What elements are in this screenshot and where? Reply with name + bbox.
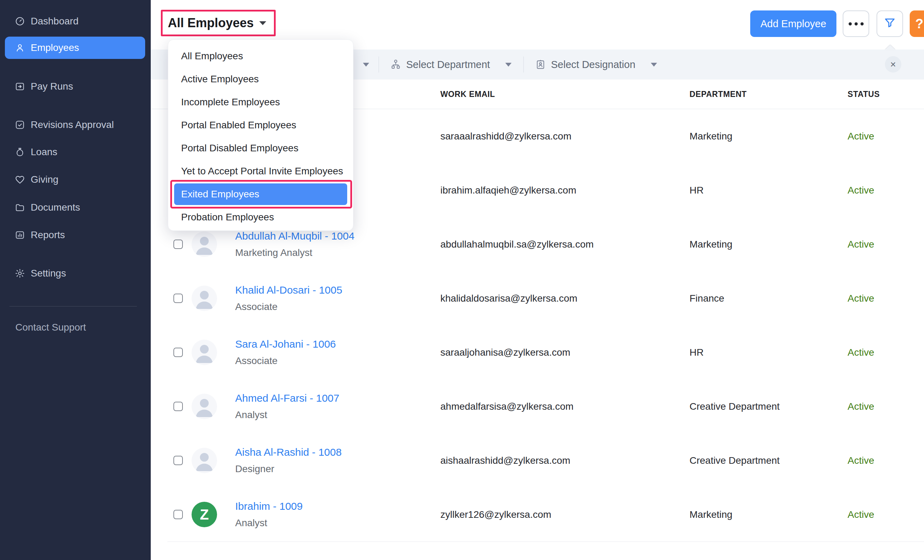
sidebar-item-settings[interactable]: Settings bbox=[5, 262, 145, 284]
chevron-down-icon bbox=[363, 63, 369, 67]
employee-name-link[interactable]: Khalid Al-Dosari - 1005 bbox=[235, 284, 342, 296]
employee-designation: Analyst bbox=[235, 518, 303, 529]
status-badge: Active bbox=[848, 271, 874, 325]
settings-icon bbox=[15, 268, 25, 279]
sidebar-item-revisions-approval[interactable]: Revisions Approval bbox=[5, 114, 145, 136]
column-header-status: STATUS bbox=[848, 79, 880, 109]
status-badge: Active bbox=[848, 163, 874, 217]
employee-designation: Associate bbox=[235, 301, 342, 313]
dashboard-icon bbox=[15, 16, 25, 27]
employee-designation: Designer bbox=[235, 463, 342, 475]
sidebar-divider bbox=[9, 306, 137, 307]
sidebar-item-loans[interactable]: Loans bbox=[5, 141, 145, 163]
select-department-dropdown[interactable]: Select Department bbox=[390, 49, 512, 79]
table-row: Sara Al-Johani - 1006 Associate saraaljo… bbox=[151, 325, 924, 379]
menu-item-portal-disabled-employees[interactable]: Portal Disabled Employees bbox=[168, 137, 353, 160]
row-checkbox[interactable] bbox=[173, 347, 183, 357]
divider bbox=[168, 542, 319, 542]
close-filter-button[interactable]: × bbox=[885, 56, 902, 72]
help-button[interactable]: ? bbox=[910, 10, 924, 37]
employee-designation: Analyst bbox=[235, 409, 339, 421]
menu-item-portal-enabled-employees[interactable]: Portal Enabled Employees bbox=[168, 114, 353, 137]
work-email-cell: saraaljohanisa@zylkersa.com bbox=[440, 325, 570, 379]
work-email-cell: khalidaldosarisa@zylkersa.com bbox=[440, 271, 578, 325]
chevron-down-icon bbox=[651, 63, 657, 67]
avatar-person-icon bbox=[192, 286, 217, 311]
filter-button[interactable] bbox=[876, 10, 903, 37]
department-cell: Marketing bbox=[690, 488, 732, 542]
employees-view-menu: All EmployeesActive EmployeesIncomplete … bbox=[168, 39, 354, 231]
sidebar-item-employees[interactable]: Employees bbox=[5, 37, 145, 59]
department-cell: Creative Department bbox=[690, 433, 780, 488]
menu-item-all-employees[interactable]: All Employees bbox=[168, 45, 353, 67]
work-email-cell: ahmedalfarsisa@zylkersa.com bbox=[440, 379, 574, 433]
avatar-person-icon bbox=[192, 394, 217, 419]
sidebar-item-pay-runs[interactable]: Pay Runs bbox=[5, 75, 145, 97]
sidebar-item-dashboard[interactable]: Dashboard bbox=[5, 10, 145, 33]
select-designation-label: Select Designation bbox=[551, 59, 635, 70]
menu-item-active-employees[interactable]: Active Employees bbox=[168, 67, 353, 91]
contact-support-link[interactable]: Contact Support bbox=[15, 319, 86, 335]
row-checkbox[interactable] bbox=[173, 293, 183, 303]
menu-item-exited-employees[interactable]: Exited Employees bbox=[174, 183, 347, 205]
menu-item-incomplete-employees[interactable]: Incomplete Employees bbox=[168, 91, 353, 114]
title-annotation-box: All Employees bbox=[161, 10, 276, 36]
work-email-cell: saraaalrashidd@zylkersa.com bbox=[440, 109, 571, 163]
add-employee-button[interactable]: Add Employee bbox=[750, 10, 836, 37]
ellipsis-icon bbox=[849, 22, 864, 25]
divider bbox=[524, 57, 524, 72]
loans-icon bbox=[15, 147, 25, 157]
select-designation-dropdown[interactable]: Select Designation bbox=[535, 49, 657, 79]
table-row: Z Ibrahim - 1009 Analyst zyllker126@zylk… bbox=[151, 488, 924, 542]
employees-icon bbox=[15, 42, 25, 53]
reports-icon bbox=[15, 230, 25, 240]
sidebar: Dashboard Employees Pay Runs Revisions A… bbox=[0, 0, 151, 560]
department-cell: HR bbox=[690, 325, 704, 379]
employee-name-link[interactable]: Ahmed Al-Farsi - 1007 bbox=[235, 392, 339, 404]
work-email-cell: abdullahalmuqbil.sa@zylkersa.com bbox=[440, 217, 594, 271]
status-badge: Active bbox=[848, 217, 874, 271]
employees-view-dropdown[interactable]: All Employees bbox=[168, 16, 254, 30]
department-cell: Marketing bbox=[690, 109, 732, 163]
funnel-icon bbox=[884, 17, 896, 31]
divider bbox=[379, 57, 379, 72]
row-checkbox[interactable] bbox=[173, 510, 183, 519]
menu-item-yet-to-accept-portal-invite-employees[interactable]: Yet to Accept Portal Invite Employees bbox=[168, 160, 353, 183]
department-cell: Creative Department bbox=[690, 379, 780, 433]
pay-runs-icon bbox=[15, 81, 25, 92]
chevron-down-icon bbox=[505, 63, 512, 67]
employee-name-link[interactable]: Abdullah Al-Muqbil - 1004 bbox=[235, 230, 354, 242]
select-department-label: Select Department bbox=[406, 59, 490, 70]
column-header-work-email: WORK EMAIL bbox=[440, 79, 495, 109]
status-badge: Active bbox=[848, 109, 874, 163]
status-badge: Active bbox=[848, 379, 874, 433]
department-icon bbox=[390, 59, 401, 70]
filter-popover-arrow bbox=[885, 45, 896, 50]
giving-icon bbox=[15, 174, 25, 185]
more-options-button[interactable] bbox=[843, 10, 869, 37]
sidebar-item-reports[interactable]: Reports bbox=[5, 224, 145, 246]
avatar-person-icon bbox=[192, 232, 217, 257]
sidebar-item-documents[interactable]: Documents bbox=[5, 196, 145, 219]
avatar-person-icon bbox=[192, 448, 217, 473]
table-row: Khalid Al-Dosari - 1005 Associate khalid… bbox=[151, 271, 924, 325]
department-cell: Marketing bbox=[690, 217, 732, 271]
row-checkbox[interactable] bbox=[173, 456, 183, 465]
row-checkbox[interactable] bbox=[173, 240, 183, 249]
revisions-approval-icon bbox=[15, 120, 25, 130]
employee-name-link[interactable]: Sara Al-Johani - 1006 bbox=[235, 338, 336, 350]
avatar-letter-z: Z bbox=[192, 502, 217, 527]
table-row: Aisha Al-Rashid - 1008 Designer aishaalr… bbox=[151, 433, 924, 488]
row-checkbox[interactable] bbox=[173, 402, 183, 411]
sidebar-item-giving[interactable]: Giving bbox=[5, 168, 145, 191]
documents-icon bbox=[15, 202, 25, 213]
avatar-person-icon bbox=[192, 340, 217, 365]
employee-name-link[interactable]: Ibrahim - 1009 bbox=[235, 500, 303, 512]
work-email-cell: ibrahim.alfaqieh@zylkersa.com bbox=[440, 163, 576, 217]
employee-name-link[interactable]: Aisha Al-Rashid - 1008 bbox=[235, 446, 342, 458]
department-cell: Finance bbox=[690, 271, 724, 325]
chevron-down-icon bbox=[259, 21, 266, 25]
menu-item-probation-employees[interactable]: Probation Employees bbox=[168, 206, 353, 229]
department-cell: HR bbox=[690, 163, 704, 217]
designation-icon bbox=[535, 59, 546, 70]
